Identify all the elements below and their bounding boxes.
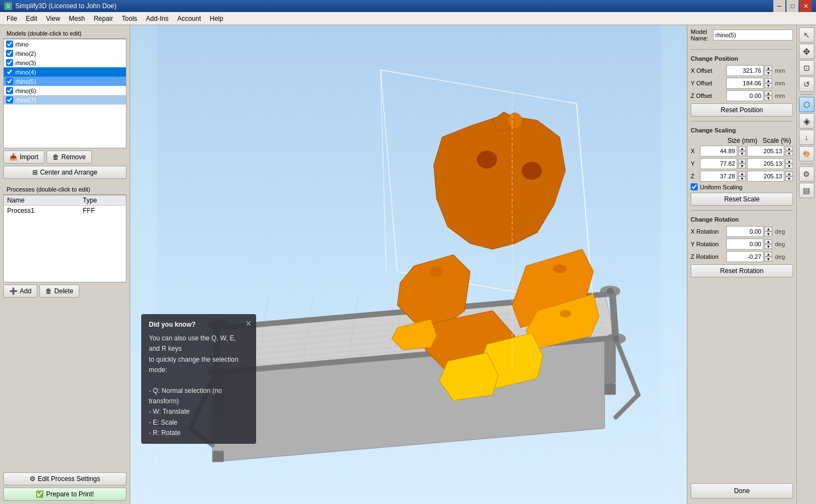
right-panel: Model Name: Change Position X Offset ▲ ▼…	[687, 25, 796, 504]
edit-process-button[interactable]: ⚙ Edit Process Settings	[3, 472, 126, 485]
reset-scale-button[interactable]: Reset Scale	[691, 193, 793, 206]
center-arrange-button[interactable]: ⊞ Center and Arrange	[3, 166, 126, 179]
scale-y-pct-input[interactable]	[747, 158, 784, 169]
scale-z-pct-up[interactable]: ▲	[785, 171, 793, 176]
z-offset-input[interactable]	[726, 90, 763, 101]
menu-mesh[interactable]: Mesh	[65, 14, 89, 24]
x-offset-down[interactable]: ▼	[765, 71, 772, 76]
add-process-button[interactable]: ➕ Add	[3, 285, 37, 298]
model-checkbox-2[interactable]	[6, 50, 13, 57]
import-button[interactable]: 📥 Import	[3, 150, 44, 164]
z-offset-down[interactable]: ▼	[765, 96, 772, 101]
reset-rotation-button[interactable]: Reset Rotation	[691, 264, 793, 277]
scale-x-size-spinners: ▲ ▼	[738, 146, 746, 156]
y-rotation-down[interactable]: ▼	[765, 244, 772, 249]
process-row-1[interactable]: Process1 FFF	[4, 206, 126, 216]
y-rotation-up[interactable]: ▲	[765, 239, 772, 244]
y-offset-up[interactable]: ▲	[765, 78, 772, 83]
z-offset-up[interactable]: ▲	[765, 91, 772, 96]
scale-y-size-up[interactable]: ▲	[738, 159, 746, 164]
reset-position-button[interactable]: Reset Position	[691, 103, 793, 117]
model-item-rhino2[interactable]: rhino(2)	[4, 49, 126, 58]
menu-account[interactable]: Account	[173, 14, 205, 24]
scale-y-pct-down[interactable]: ▼	[785, 164, 793, 169]
scale-y-size-input[interactable]	[700, 158, 737, 169]
svg-point-54	[612, 335, 619, 342]
scale-z-row: Z ▲ ▼ ▲ ▼	[691, 171, 793, 182]
menu-file[interactable]: File	[2, 14, 21, 24]
mesh-tool-button[interactable]: ◈	[799, 113, 814, 129]
model-item-rhino3[interactable]: rhino(3)	[4, 58, 126, 67]
remove-button[interactable]: 🗑 Remove	[47, 150, 92, 164]
uniform-scaling-checkbox[interactable]	[691, 183, 698, 190]
x-rotation-down[interactable]: ▼	[765, 231, 772, 236]
model-item-rhino6[interactable]: rhino(6)	[4, 86, 126, 95]
tooltip-close-button[interactable]: ✕	[245, 317, 252, 329]
z-rotation-input[interactable]	[726, 251, 763, 262]
scale-x-pct-input[interactable]	[747, 146, 784, 157]
x-rotation-input[interactable]	[726, 226, 763, 237]
scale-y-pct-up[interactable]: ▲	[785, 159, 793, 164]
settings-tool-button[interactable]: ⚙	[799, 166, 814, 182]
x-rotation-up[interactable]: ▲	[765, 227, 772, 231]
y-rotation-input[interactable]	[726, 239, 763, 250]
z-rotation-down[interactable]: ▼	[765, 257, 772, 262]
select-tool-button[interactable]: ↖	[799, 27, 814, 43]
scale-y-size-down[interactable]: ▼	[738, 164, 746, 169]
color-tool-button[interactable]: 🎨	[799, 146, 814, 161]
viewport[interactable]: Did you know? ✕ You can also use the Q, …	[130, 25, 687, 504]
scale-z-size-up[interactable]: ▲	[738, 171, 746, 176]
model-item-rhino5[interactable]: rhino(5)	[4, 77, 126, 86]
delete-process-button[interactable]: 🗑 Delete	[39, 285, 79, 298]
model-checkbox-3[interactable]	[6, 59, 13, 66]
menu-repair[interactable]: Repair	[89, 14, 117, 24]
scale-x-pct-up[interactable]: ▲	[785, 146, 793, 151]
mirror-tool-button[interactable]: ⬡	[799, 97, 814, 112]
scale-x-size-down[interactable]: ▼	[738, 151, 746, 156]
model-item-rhino1[interactable]: rhino	[4, 39, 126, 49]
y-offset-down[interactable]: ▼	[765, 83, 772, 88]
menu-view[interactable]: View	[42, 14, 65, 24]
model-name-label: Model Name:	[691, 28, 711, 42]
maximize-button[interactable]: □	[786, 0, 798, 12]
scale-z-pct-input[interactable]	[747, 171, 784, 182]
model-label-3: rhino(3)	[15, 60, 36, 66]
menu-help[interactable]: Help	[205, 14, 228, 24]
z-rotation-up[interactable]: ▲	[765, 252, 772, 257]
model-checkbox-7[interactable]	[6, 96, 13, 103]
model-label-7: rhino(7)	[15, 97, 36, 103]
done-button[interactable]: Done	[691, 483, 793, 499]
scale-z-pct-down[interactable]: ▼	[785, 176, 793, 181]
menu-edit[interactable]: Edit	[21, 14, 42, 24]
model-checkbox-4[interactable]	[6, 68, 13, 76]
scale-x-size-up[interactable]: ▲	[738, 146, 746, 151]
minimize-button[interactable]: ─	[773, 0, 785, 12]
y-offset-input[interactable]	[726, 78, 763, 89]
close-button[interactable]: ✕	[800, 0, 812, 12]
scale-z-label: Z	[691, 173, 700, 179]
model-checkbox-6[interactable]	[6, 87, 13, 94]
model-name-input[interactable]	[713, 30, 793, 40]
y-offset-spinners: ▲ ▼	[765, 78, 772, 88]
model-checkbox-1[interactable]	[6, 40, 13, 48]
model-item-rhino7[interactable]: rhino(7)	[4, 95, 126, 105]
process-type-1: FFF	[79, 206, 126, 216]
scale-z-size-input[interactable]	[700, 171, 737, 182]
rotate-tool-button[interactable]: ↺	[799, 77, 814, 92]
scale-tool-button[interactable]: ⊡	[799, 60, 814, 76]
scale-x-pct-down[interactable]: ▼	[785, 151, 793, 156]
menu-tools[interactable]: Tools	[118, 14, 142, 24]
list-tool-button[interactable]: ▤	[799, 183, 814, 198]
scale-z-size-down[interactable]: ▼	[738, 176, 746, 181]
prepare-button[interactable]: ✅ Prepare to Print!	[3, 488, 126, 501]
place-tool-button[interactable]: ↓	[799, 130, 814, 145]
model-checkbox-5[interactable]	[6, 78, 13, 85]
menu-bar: File Edit View Mesh Repair Tools Add-Ins…	[0, 12, 816, 25]
model-item-rhino4[interactable]: rhino(4)	[4, 67, 126, 77]
x-offset-input[interactable]	[726, 65, 763, 76]
x-offset-up[interactable]: ▲	[765, 66, 772, 71]
move-tool-button[interactable]: ✥	[799, 44, 814, 59]
left-panel: Models (double-click to edit) rhino rhin…	[0, 25, 130, 504]
menu-addins[interactable]: Add-Ins	[142, 14, 173, 24]
scale-x-size-input[interactable]	[700, 146, 737, 157]
